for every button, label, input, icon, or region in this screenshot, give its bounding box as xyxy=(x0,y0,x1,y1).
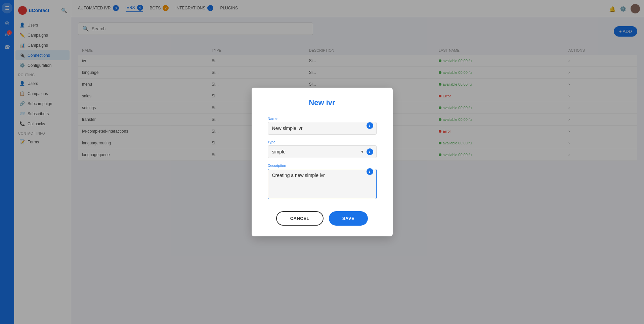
name-label: Name xyxy=(268,117,377,121)
cancel-button[interactable]: CANCEL xyxy=(276,211,324,226)
name-info-icon[interactable]: i xyxy=(367,122,373,129)
type-select[interactable]: simple advanced bot xyxy=(268,145,377,158)
type-select-wrapper: simple advanced bot ▼ i xyxy=(268,145,377,158)
description-input[interactable]: Creating a new simple ivr xyxy=(268,169,377,199)
modal-buttons: CANCEL SAVE xyxy=(268,211,377,226)
type-info-icon[interactable]: i xyxy=(367,148,373,155)
type-label: Type xyxy=(268,140,377,144)
type-field-group: Type simple advanced bot ▼ i xyxy=(268,140,377,158)
description-label: Description xyxy=(268,164,377,168)
description-info-icon[interactable]: i xyxy=(367,168,373,175)
save-button[interactable]: SAVE xyxy=(329,211,368,226)
modal-overlay: New ivr Name i Type simple advanced bot … xyxy=(0,0,644,324)
modal: New ivr Name i Type simple advanced bot … xyxy=(252,88,393,236)
name-input[interactable] xyxy=(268,122,377,135)
modal-title: New ivr xyxy=(268,98,377,107)
name-field-group: Name i xyxy=(268,117,377,135)
description-field-group: Description Creating a new simple ivr i xyxy=(268,164,377,200)
